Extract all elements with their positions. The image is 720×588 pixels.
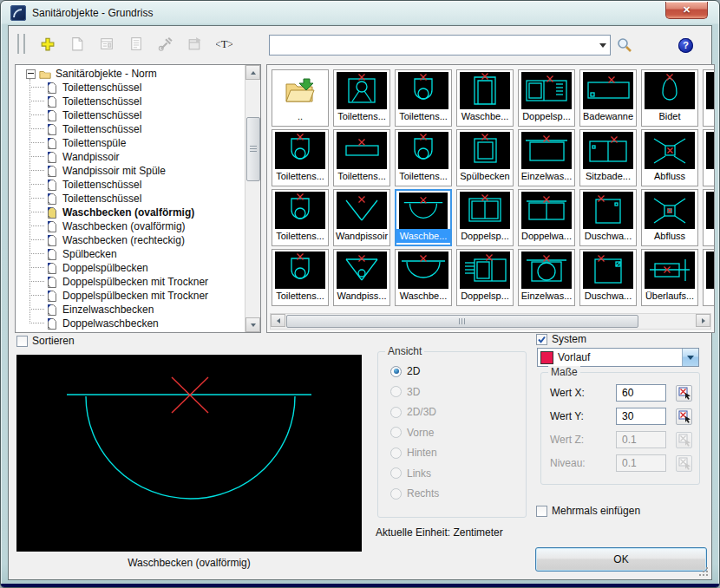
- document-icon: [46, 317, 58, 330]
- view-radio-rechts: Rechts: [390, 487, 439, 500]
- resize-grip[interactable]: [698, 566, 709, 577]
- thumbnail-tile[interactable]: [703, 189, 715, 246]
- tile-label: Toilettens...: [272, 289, 328, 304]
- field-row: Wert X:: [541, 384, 699, 402]
- pick-value-button[interactable]: [676, 408, 692, 425]
- thumbnail-tile[interactable]: Doppelsp...: [456, 249, 514, 306]
- scroll-left-button[interactable]: [271, 314, 285, 327]
- scrollbar-thumb[interactable]: [286, 315, 638, 328]
- tree-item[interactable]: Toilettenschüssel: [16, 192, 245, 206]
- thumbnail-tile[interactable]: Spülbecken: [456, 129, 514, 186]
- thumbnail-tile[interactable]: Toilettens...: [395, 69, 452, 127]
- dropdown-button[interactable]: [682, 349, 698, 366]
- thumbnail-tile[interactable]: Duschwa...: [579, 189, 637, 246]
- tree-item[interactable]: Toilettenschüssel: [16, 95, 245, 108]
- tree-item[interactable]: Doppelspülbecken mit Trockner: [16, 289, 245, 303]
- tree-vertical-scrollbar[interactable]: [245, 65, 260, 332]
- thumbnail-tile[interactable]: Einzelwas...: [518, 129, 575, 186]
- thumbnail-tile[interactable]: Wandpissoir: [333, 189, 390, 246]
- close-button[interactable]: ✕: [665, 2, 708, 19]
- thumbnail-tile[interactable]: Sitzbade...: [579, 129, 637, 186]
- scroll-right-button[interactable]: [696, 314, 710, 327]
- new-document-button: [63, 31, 89, 56]
- folder-icon: [39, 68, 51, 80]
- tree-item[interactable]: Doppelspülbecken: [16, 261, 245, 275]
- tree-item[interactable]: Waschbecken (ovalförmig): [16, 219, 245, 233]
- combobox-dropdown-button[interactable]: [596, 36, 610, 54]
- thumbnail-tile[interactable]: Doppelsp...: [456, 189, 514, 246]
- system-checkbox[interactable]: System: [536, 332, 586, 346]
- thumbnail-tile[interactable]: Waschbe...: [395, 189, 452, 246]
- tree-collapse-icon[interactable]: [26, 69, 36, 79]
- tree-root-item[interactable]: Sanitärobjekte - Norm: [16, 67, 245, 81]
- tree-item[interactable]: Doppelspülbecken mit Trockner: [16, 275, 245, 289]
- toilet-bar-thumbnail: [337, 132, 387, 169]
- thumbnail-tile[interactable]: Abfluss: [641, 129, 698, 186]
- checkbox-checked-icon: [536, 334, 547, 345]
- thumbnail-tile[interactable]: Badewanne: [579, 69, 637, 127]
- view-radio-2d[interactable]: 2D: [390, 364, 420, 378]
- tile-label: ..: [272, 109, 328, 124]
- thumbnail-tile[interactable]: Toilettens...: [272, 189, 329, 246]
- search-icon[interactable]: [616, 36, 633, 54]
- thumbnail-tile[interactable]: [703, 249, 715, 306]
- add-button[interactable]: [34, 31, 60, 56]
- text-button[interactable]: <T>: [211, 31, 237, 56]
- tile-label: Waschbe...: [457, 109, 513, 124]
- tree-item[interactable]: Waschbecken (rechteckig): [16, 233, 245, 247]
- double-basin-thumbnail: [521, 192, 572, 229]
- tree-item[interactable]: Doppelwaschbecken: [16, 317, 245, 330]
- tile-label: Bidet: [642, 109, 697, 124]
- toolbar-drag-handle[interactable]: [17, 34, 25, 54]
- radio-icon: [390, 448, 402, 459]
- tree-connector: [29, 295, 44, 297]
- thumbnail-tile[interactable]: [703, 129, 715, 186]
- pick-value-button[interactable]: [676, 385, 692, 402]
- help-button[interactable]: ?: [678, 38, 693, 53]
- view-radio-vorne: Vorne: [390, 426, 434, 440]
- thumbnail-tile[interactable]: [703, 69, 715, 127]
- grid-horizontal-scrollbar[interactable]: [270, 313, 711, 330]
- thumbnail-tile[interactable]: Doppelwa...: [518, 189, 575, 246]
- tree-item[interactable]: Toilettenschüssel: [16, 108, 245, 122]
- vorlauf-dropdown[interactable]: Vorlauf: [537, 348, 699, 367]
- thumbnail-tile[interactable]: Toilettens...: [333, 69, 390, 127]
- tree-item[interactable]: Toilettenschüssel: [16, 122, 245, 136]
- tree-item[interactable]: Spülbecken: [16, 247, 245, 261]
- tree-item[interactable]: Einzelwaschbecken: [16, 303, 245, 317]
- ok-button[interactable]: OK: [535, 547, 707, 572]
- thumbnail-tile[interactable]: Überlaufs...: [641, 249, 698, 306]
- field-input[interactable]: [616, 408, 666, 425]
- search-input[interactable]: [272, 36, 596, 54]
- thumbnail-tile[interactable]: Toilettens...: [272, 249, 329, 306]
- tree-item[interactable]: Wandpissoir mit Spüle: [16, 164, 245, 178]
- tree-item[interactable]: Wandpissoir: [16, 150, 245, 164]
- window-title: Sanitärobjekte - Grundriss: [32, 7, 153, 19]
- scrollbar-thumb[interactable]: [246, 117, 260, 181]
- field-input[interactable]: [616, 384, 666, 402]
- vorlauf-value: Vorlauf: [558, 351, 682, 363]
- thumbnail-tile[interactable]: Toilettens...: [333, 129, 390, 186]
- thumbnail-tile[interactable]: Doppelsp...: [518, 69, 575, 127]
- mehrmals-checkbox[interactable]: Mehrmals einfügen: [536, 504, 640, 518]
- thumbnail-tile[interactable]: Waschbe...: [456, 69, 514, 127]
- tile-folder-up[interactable]: ..: [272, 69, 329, 127]
- tree-item[interactable]: Toilettenschüssel: [16, 81, 245, 95]
- sortieren-checkbox[interactable]: Sortieren: [16, 334, 75, 348]
- tile-label: Toilettens...: [396, 109, 451, 124]
- thumbnail-tile[interactable]: Toilettens...: [272, 129, 329, 186]
- thumbnail-tile[interactable]: Duschwa...: [579, 249, 637, 306]
- sink-square-thumbnail: [460, 132, 510, 169]
- thumbnail-tile[interactable]: Toilettens...: [395, 129, 452, 186]
- tree-item[interactable]: Toilettenschüssel: [16, 178, 245, 192]
- tree-item[interactable]: Waschbecken (ovalförmig): [16, 206, 245, 219]
- thumbnail-tile[interactable]: Waschbe...: [395, 249, 452, 306]
- thumbnail-tile[interactable]: Abfluss: [641, 189, 698, 246]
- scroll-down-button[interactable]: [245, 317, 260, 332]
- thumbnail-tile[interactable]: Bidet: [641, 69, 698, 127]
- thumbnail-tile[interactable]: Wandpiss...: [333, 249, 390, 306]
- tree-item[interactable]: Toilettenspüle: [16, 136, 245, 150]
- thumbnail-tile[interactable]: Einzelwas...: [518, 249, 575, 306]
- search-combobox[interactable]: [269, 35, 611, 56]
- scroll-up-button[interactable]: [245, 65, 260, 80]
